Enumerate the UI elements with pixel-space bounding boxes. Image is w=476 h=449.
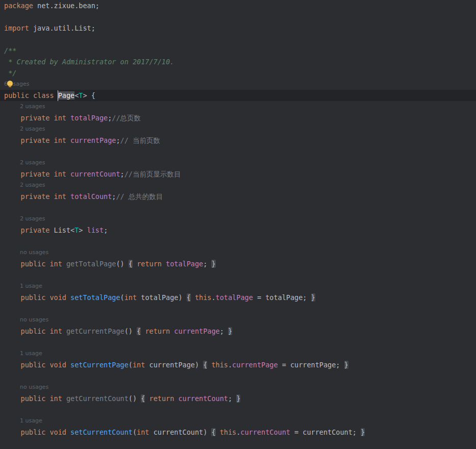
code-line[interactable]: public class Page<T> { xyxy=(0,90,476,101)
blank-line[interactable] xyxy=(0,269,476,281)
token-field: currentPage xyxy=(232,361,278,369)
token-hint: 2 usages xyxy=(20,159,45,166)
token-plain: ; xyxy=(116,136,120,144)
folded-brace[interactable]: } xyxy=(344,361,348,369)
token-keyword: return xyxy=(149,394,179,403)
blank-line[interactable] xyxy=(0,236,476,247)
folded-brace[interactable]: } xyxy=(236,394,240,403)
token-plain: = totalPage; xyxy=(253,293,311,302)
code-line[interactable]: /** xyxy=(0,45,476,56)
usages-hint-line[interactable]: 2 usages xyxy=(0,157,476,168)
code-line[interactable]: public int getTotalPage() { return total… xyxy=(0,258,476,269)
token-plain: ; xyxy=(203,260,211,268)
token-plain: () xyxy=(116,260,128,268)
token-hint: 2 usages xyxy=(20,126,45,132)
code-line[interactable]: private int totalPage;//总页数 xyxy=(0,112,476,123)
token-field: currentCount xyxy=(240,428,290,436)
code-line[interactable]: package net.zixue.bean; xyxy=(0,0,476,11)
folded-brace[interactable]: } xyxy=(311,293,315,302)
code-line[interactable]: public void setCurrentCount(int currentC… xyxy=(0,427,476,438)
usages-hint-line[interactable]: 2 usages xyxy=(0,101,476,112)
blank-line[interactable] xyxy=(0,202,476,213)
token-plain: < xyxy=(70,226,74,234)
usages-hint-line[interactable]: 2 usages xyxy=(0,123,476,135)
token-plain: totalPage) xyxy=(137,293,187,302)
token-hint: 2 usages xyxy=(20,215,45,222)
token-plain: ; xyxy=(104,226,108,234)
usages-hint-line[interactable]: 1 usage xyxy=(0,415,476,427)
token-keyword: public void xyxy=(4,361,70,369)
token-hint: 1 usage xyxy=(20,283,42,289)
code-editor[interactable]: package net.zixue.bean;import java.util.… xyxy=(0,0,476,449)
folded-brace[interactable]: } xyxy=(361,428,365,436)
token-plain: > xyxy=(79,226,87,234)
folded-brace[interactable]: } xyxy=(228,327,232,335)
usages-hint-line[interactable]: no usages xyxy=(0,382,476,393)
code-line[interactable]: public int getCurrentCount() { return cu… xyxy=(0,393,476,404)
code-line[interactable]: private int currentPage;// 当前页数 xyxy=(0,135,476,146)
token-keyword: int xyxy=(133,361,145,369)
token-field: totalPage xyxy=(216,293,253,302)
blank-line[interactable] xyxy=(0,404,476,415)
folded-brace[interactable]: { xyxy=(129,260,133,268)
token-keyword: private xyxy=(4,226,54,234)
code-line[interactable]: public void setCurrentPage(int currentPa… xyxy=(0,359,476,370)
token-method: setCurrentPage xyxy=(70,361,129,369)
token-plain: . xyxy=(211,293,215,302)
usages-hint-line[interactable]: 2 usages xyxy=(0,213,476,224)
token-doc: * Created by Administrator on 2017/7/10. xyxy=(4,58,174,66)
folded-brace[interactable]: } xyxy=(211,260,215,268)
token-unused: getTotalPage xyxy=(66,260,116,268)
token-plain: () xyxy=(124,327,137,335)
token-keyword: public int xyxy=(4,327,66,335)
code-line[interactable]: */ xyxy=(0,67,476,79)
token-keyword: package xyxy=(4,2,37,10)
token-keyword: return xyxy=(137,260,166,268)
token-plain: ( xyxy=(120,293,124,302)
usages-hint-line[interactable]: 2 usages xyxy=(0,180,476,191)
token-field: totalPage xyxy=(70,114,108,122)
token-field: currentPage xyxy=(70,136,116,144)
code-line[interactable]: * Created by Administrator on 2017/7/10. xyxy=(0,56,476,67)
blank-line[interactable] xyxy=(0,34,476,45)
token-plain xyxy=(216,428,220,436)
usages-hint-line[interactable]: 1 usage xyxy=(0,281,476,292)
token-plain: = currentPage; xyxy=(278,361,344,369)
blank-line[interactable] xyxy=(0,337,476,348)
blank-line[interactable] xyxy=(0,438,476,449)
token-hint: 2 usages xyxy=(20,182,45,188)
token-plain: List xyxy=(54,226,71,234)
blank-line[interactable] xyxy=(0,370,476,382)
blank-line[interactable] xyxy=(0,146,476,157)
token-plain xyxy=(145,394,149,403)
intention-bulb-icon[interactable] xyxy=(7,81,13,88)
folded-brace[interactable]: { xyxy=(187,293,191,302)
code-line[interactable]: private List<T> list; xyxy=(0,224,476,236)
token-keyword: import xyxy=(4,24,33,32)
token-doc: */ xyxy=(4,69,16,77)
token-hint: 1 usage xyxy=(20,350,42,357)
token-field: currentCount xyxy=(70,170,120,178)
code-line[interactable]: public void setTotalPage(int totalPage) … xyxy=(0,292,476,303)
blank-line[interactable] xyxy=(0,11,476,22)
folded-brace[interactable]: { xyxy=(211,428,215,436)
usages-hint-line[interactable]: 6 usages xyxy=(0,79,476,90)
code-line[interactable]: private int totalCount;// 总共的数目 xyxy=(0,191,476,202)
token-field: list xyxy=(87,226,104,234)
token-comment: // 当前页数 xyxy=(120,136,160,144)
token-field: totalCount xyxy=(70,192,112,201)
token-plain: ( xyxy=(133,428,137,436)
caret-identifier-highlight: Page xyxy=(58,91,75,99)
token-keyword: private int xyxy=(4,136,70,144)
token-plain: currentCount) xyxy=(149,428,212,436)
usages-hint-line[interactable]: no usages xyxy=(0,247,476,258)
code-line[interactable]: import java.util.List; xyxy=(0,22,476,34)
token-keyword: this xyxy=(211,361,228,369)
token-method: setCurrentCount xyxy=(70,428,133,436)
code-line[interactable]: public int getCurrentPage() { return cur… xyxy=(0,326,476,337)
usages-hint-line[interactable]: no usages xyxy=(0,314,476,326)
usages-hint-line[interactable]: 1 usage xyxy=(0,348,476,359)
blank-line[interactable] xyxy=(0,303,476,314)
code-line[interactable]: private int currentCount;//当前页显示数目 xyxy=(0,168,476,180)
token-plain: ( xyxy=(129,361,133,369)
